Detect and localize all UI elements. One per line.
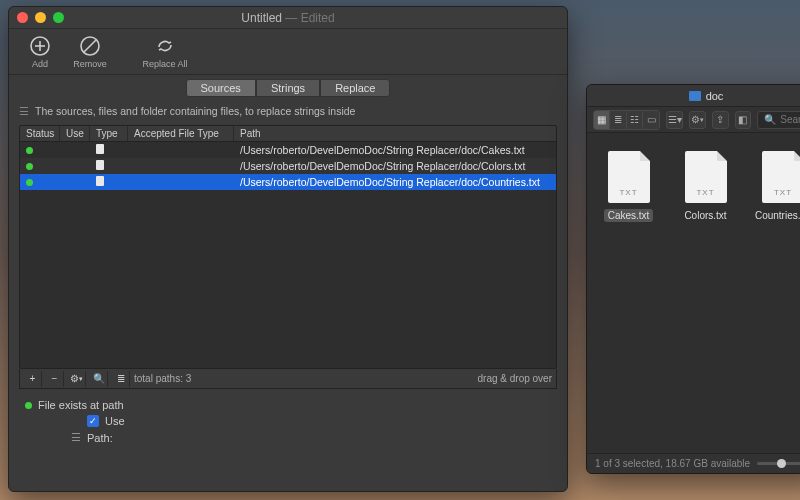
gear-icon: ⚙: [691, 114, 700, 125]
app-window: Untitled — Edited Add Remove Replace All…: [8, 6, 568, 492]
view-gallery-mode[interactable]: ▭: [643, 111, 659, 129]
view-column-mode[interactable]: ☷: [627, 111, 643, 129]
list-icon-button[interactable]: ≣: [112, 371, 130, 387]
tabbar: Sources Strings Replace: [9, 75, 567, 103]
footer: File exists at path ✓ Use ☰ Path:: [9, 389, 567, 456]
action-menu-button[interactable]: ⚙▾: [689, 111, 706, 129]
list-icon: ≣: [117, 373, 125, 384]
add-row-button[interactable]: +: [24, 371, 42, 387]
refresh-icon: [154, 35, 176, 57]
titlebar: Untitled — Edited: [9, 7, 567, 29]
col-status[interactable]: Status: [20, 126, 60, 141]
view-segmented: ▦ ≣ ☷ ▭: [593, 110, 660, 130]
file-name: Countries.txt: [751, 209, 800, 222]
view-icon-mode[interactable]: ▦: [594, 111, 610, 129]
use-checkbox[interactable]: ✓: [87, 415, 99, 427]
path-label: Path:: [87, 432, 113, 444]
quicklook-button[interactable]: 🔍: [90, 371, 108, 387]
drag-drop-hint: drag & drop over: [478, 373, 553, 384]
path-cell: /Users/roberto/DevelDemoDoc/String Repla…: [234, 144, 556, 156]
finder-item[interactable]: TXTCakes.txt: [601, 151, 656, 222]
replace-all-label: Replace All: [142, 59, 187, 69]
finder-window: doc ▦ ≣ ☷ ▭ ☰▾ ⚙▾ ⇪ ◧ 🔍 Search TXTCakes.…: [586, 84, 800, 474]
toolbar: Add Remove Replace All: [9, 29, 567, 75]
status-dot-icon: [25, 402, 32, 409]
share-icon: ⇪: [716, 114, 724, 125]
path-cell: /Users/roberto/DevelDemoDoc/String Repla…: [234, 160, 556, 172]
add-button[interactable]: Add: [19, 35, 61, 69]
gear-menu-button[interactable]: ⚙▾: [68, 371, 86, 387]
table-header: Status Use Type Accepted File Type Path: [20, 126, 556, 142]
status-dot-icon: [26, 163, 33, 170]
tab-strings[interactable]: Strings: [256, 79, 320, 97]
file-icon: [96, 160, 104, 170]
search-field[interactable]: 🔍 Search: [757, 111, 800, 129]
table-body[interactable]: /Users/roberto/DevelDemoDoc/String Repla…: [20, 142, 556, 368]
use-label: Use: [105, 415, 125, 427]
view-list-mode[interactable]: ≣: [610, 111, 626, 129]
title-main: Untitled: [241, 11, 282, 25]
file-exists-row: File exists at path: [25, 397, 551, 413]
document-icon: TXT: [762, 151, 800, 203]
search-icon: 🔍: [764, 114, 776, 125]
tab-replace[interactable]: Replace: [320, 79, 390, 97]
file-icon: [96, 144, 104, 154]
search-placeholder: Search: [780, 114, 800, 125]
finder-item[interactable]: TXTCountries.txt: [755, 151, 800, 222]
group-by-button[interactable]: ☰▾: [666, 111, 683, 129]
description-text: The sources, files and folder containing…: [35, 105, 355, 117]
finder-statusbar: 1 of 3 selected, 18.67 GB available: [587, 453, 800, 473]
remove-label: Remove: [73, 59, 107, 69]
file-name: Colors.txt: [680, 209, 730, 222]
status-dot-icon: [26, 147, 33, 154]
gear-icon: ⚙: [70, 373, 79, 384]
tags-button[interactable]: ◧: [735, 111, 752, 129]
plus-circle-icon: [29, 35, 51, 57]
share-button[interactable]: ⇪: [712, 111, 729, 129]
remove-button[interactable]: Remove: [69, 35, 111, 69]
tab-sources[interactable]: Sources: [186, 79, 256, 97]
file-exists-label: File exists at path: [38, 399, 124, 411]
finder-status-text: 1 of 3 selected, 18.67 GB available: [595, 458, 750, 469]
path-cell: /Users/roberto/DevelDemoDoc/String Repla…: [234, 176, 556, 188]
document-icon: TXT: [685, 151, 727, 203]
folder-icon: [689, 91, 701, 101]
finder-icon-grid[interactable]: TXTCakes.txtTXTColors.txtTXTCountries.tx…: [587, 133, 800, 453]
file-name: Cakes.txt: [604, 209, 654, 222]
file-icon: [96, 176, 104, 186]
table-bottombar: + − ⚙▾ 🔍 ≣ total paths: 3 drag & drop ov…: [19, 369, 557, 389]
table-row[interactable]: /Users/roberto/DevelDemoDoc/String Repla…: [20, 174, 556, 190]
table-row[interactable]: /Users/roberto/DevelDemoDoc/String Repla…: [20, 158, 556, 174]
col-accepted-file-type[interactable]: Accepted File Type: [128, 126, 234, 141]
col-path[interactable]: Path: [234, 126, 556, 141]
add-label: Add: [32, 59, 48, 69]
finder-title: doc: [706, 90, 724, 102]
use-row: ✓ Use: [87, 413, 551, 429]
replace-all-button[interactable]: Replace All: [135, 35, 195, 69]
col-use[interactable]: Use: [60, 126, 90, 141]
icon-size-slider[interactable]: [757, 462, 800, 465]
remove-row-button[interactable]: −: [46, 371, 64, 387]
no-circle-icon: [79, 35, 101, 57]
window-title: Untitled — Edited: [9, 11, 567, 25]
sources-table: Status Use Type Accepted File Type Path …: [19, 125, 557, 369]
path-menu-icon[interactable]: ☰: [71, 431, 81, 444]
title-suffix: — Edited: [285, 11, 334, 25]
col-type[interactable]: Type: [90, 126, 128, 141]
finder-item[interactable]: TXTColors.txt: [678, 151, 733, 222]
svg-line-4: [84, 40, 96, 52]
path-row: ☰ Path:: [71, 429, 551, 446]
document-icon: TXT: [608, 151, 650, 203]
finder-titlebar: doc: [587, 85, 800, 107]
menu-icon[interactable]: ☰: [19, 105, 29, 117]
finder-toolbar: ▦ ≣ ☷ ▭ ☰▾ ⚙▾ ⇪ ◧ 🔍 Search: [587, 107, 800, 133]
magnify-icon: 🔍: [93, 373, 105, 384]
total-paths-label: total paths: 3: [134, 373, 191, 384]
tag-icon: ◧: [738, 114, 747, 125]
table-row[interactable]: /Users/roberto/DevelDemoDoc/String Repla…: [20, 142, 556, 158]
description-row: ☰ The sources, files and folder containi…: [9, 103, 567, 121]
status-dot-icon: [26, 179, 33, 186]
